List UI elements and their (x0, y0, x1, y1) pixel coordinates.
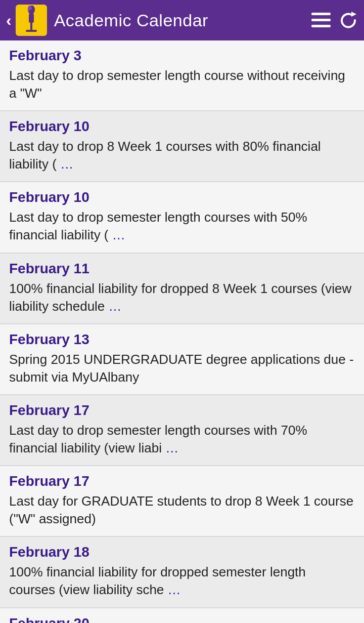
svg-rect-7 (311, 19, 331, 21)
svg-rect-2 (29, 14, 34, 23)
calendar-date: February 18 (9, 544, 355, 560)
calendar-description: 100% financial liability for dropped sem… (9, 563, 355, 599)
menu-icon[interactable] (311, 13, 331, 28)
calendar-date: February 17 (9, 473, 355, 489)
list-item[interactable]: February 10Last day to drop 8 Week 1 cou… (0, 111, 364, 182)
more-link[interactable]: … (168, 582, 181, 597)
page-title: Academic Calendar (54, 11, 311, 30)
calendar-date: February 17 (9, 402, 355, 419)
calendar-description: 100% financial liability for dropped 8 W… (9, 280, 355, 315)
more-link[interactable]: … (112, 227, 125, 242)
list-item[interactable]: February 17Last day to drop semester len… (0, 395, 364, 466)
svg-rect-8 (311, 25, 331, 27)
list-item[interactable]: February 18100% financial liability for … (0, 537, 364, 608)
calendar-date: February 11 (9, 261, 355, 277)
calendar-description: Spring 2015 UNDERGRADUATE degree applica… (9, 351, 355, 386)
calendar-list: February 3Last day to drop semester leng… (0, 40, 364, 623)
list-item[interactable]: February 10Last day to drop semester len… (0, 182, 364, 253)
calendar-description: Last day to drop semester length courses… (9, 422, 355, 457)
list-item[interactable]: February 11100% financial liability for … (0, 254, 364, 324)
more-link[interactable]: … (109, 299, 122, 314)
logo-icon (19, 6, 44, 35)
calendar-description: Last day to drop 8 Week 1 courses with 8… (9, 138, 355, 173)
app-header: ‹ Academic Calendar (0, 0, 364, 40)
svg-rect-5 (26, 30, 37, 32)
calendar-date: February 13 (9, 331, 355, 348)
svg-rect-6 (311, 13, 331, 15)
list-item[interactable]: February 3Last day to drop semester leng… (0, 40, 364, 111)
calendar-description: Last day to drop semester length courses… (9, 209, 355, 244)
calendar-date: February 10 (9, 189, 355, 205)
back-button[interactable]: ‹ (6, 11, 12, 30)
list-item[interactable]: February 20Last day for UNDERGRADUATE st… (0, 608, 364, 624)
list-item[interactable]: February 17Last day for GRADUATE student… (0, 466, 364, 537)
more-link[interactable]: … (165, 440, 178, 455)
header-actions (311, 11, 358, 30)
svg-marker-9 (351, 12, 356, 17)
svg-point-3 (29, 10, 34, 15)
list-item[interactable]: February 13Spring 2015 UNDERGRADUATE deg… (0, 324, 364, 395)
more-link[interactable]: … (60, 156, 73, 172)
refresh-icon[interactable] (339, 11, 358, 30)
calendar-date: February 3 (9, 48, 355, 64)
svg-rect-4 (30, 23, 32, 30)
calendar-description: Last day to drop semester length course … (9, 67, 355, 102)
app-logo (16, 5, 47, 36)
calendar-date: February 20 (9, 615, 355, 624)
calendar-description: Last day for GRADUATE students to drop 8… (9, 492, 355, 528)
calendar-date: February 10 (9, 118, 355, 135)
